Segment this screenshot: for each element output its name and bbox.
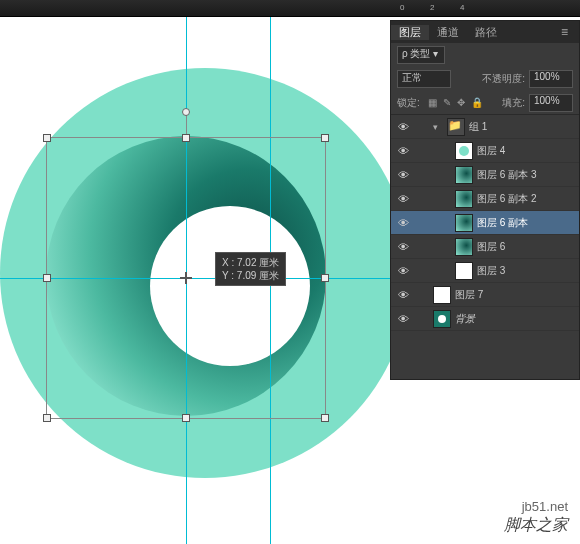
layer-name: 图层 6: [477, 240, 505, 254]
watermark-text: 脚本之家: [504, 515, 568, 534]
lock-label: 锁定:: [397, 96, 420, 110]
visibility-toggle[interactable]: 👁: [395, 193, 411, 205]
layer-row[interactable]: 👁 图层 6 副本: [391, 211, 579, 235]
rotate-stem: [186, 114, 187, 134]
layer-name: 图层 6 副本 2: [477, 192, 536, 206]
layer-thumb: [455, 262, 473, 280]
lock-brush-icon[interactable]: ✎: [443, 97, 451, 108]
handle-mid-left[interactable]: [43, 274, 51, 282]
layer-row[interactable]: 👁 图层 6 副本 3: [391, 163, 579, 187]
layer-name: 图层 7: [455, 288, 483, 302]
rotate-handle[interactable]: [182, 108, 190, 116]
layer-thumb: [455, 166, 473, 184]
visibility-toggle[interactable]: 👁: [395, 121, 411, 133]
layer-name: 图层 6 副本 3: [477, 168, 536, 182]
opacity-value[interactable]: 100%: [529, 70, 573, 88]
layer-name: 图层 4: [477, 144, 505, 158]
lock-all-icon[interactable]: 🔒: [471, 97, 483, 108]
coordinate-tooltip: X : 7.02 厘米 Y : 7.09 厘米: [215, 252, 286, 286]
watermark-url: jb51.net: [504, 499, 568, 515]
panel-menu-icon[interactable]: ≡: [561, 25, 575, 37]
layers-list: 👁 ▾ 📁 组 1 👁 图层 4 👁 图层 6 副本 3 👁 图层 6: [391, 115, 579, 331]
layer-row[interactable]: 👁 图层 3: [391, 259, 579, 283]
handle-top-mid[interactable]: [182, 134, 190, 142]
group-name: 组 1: [469, 120, 487, 134]
handle-top-right[interactable]: [321, 134, 329, 142]
tab-channels[interactable]: 通道: [429, 25, 467, 40]
handle-bottom-left[interactable]: [43, 414, 51, 422]
group-thumb: 📁: [447, 118, 465, 136]
group-twisty-icon[interactable]: ▾: [433, 122, 443, 132]
visibility-toggle[interactable]: 👁: [395, 145, 411, 157]
layer-thumb: [455, 190, 473, 208]
layers-panel: 图层 通道 路径 ≡ ρ 类型 ▾ 正常 不透明度: 100% 锁定: ▦ ✎ …: [390, 20, 580, 380]
fill-value[interactable]: 100%: [529, 94, 573, 112]
lock-pixels-icon[interactable]: ▦: [428, 97, 437, 108]
ruler-horizontal[interactable]: 0 2 4: [0, 0, 580, 17]
opacity-label: 不透明度:: [482, 72, 525, 86]
tab-layers[interactable]: 图层: [391, 25, 429, 40]
watermark: jb51.net 脚本之家: [504, 499, 568, 534]
layer-thumb: [455, 238, 473, 256]
panel-tabs: 图层 通道 路径 ≡: [391, 21, 579, 43]
layer-name: 图层 6 副本: [477, 216, 528, 230]
layer-kind-filter[interactable]: ρ 类型 ▾: [397, 46, 445, 64]
panel-blend-row: 正常 不透明度: 100%: [391, 67, 579, 91]
visibility-toggle[interactable]: 👁: [395, 313, 411, 325]
visibility-toggle[interactable]: 👁: [395, 169, 411, 181]
blend-mode-select[interactable]: 正常: [397, 70, 451, 88]
handle-bottom-mid[interactable]: [182, 414, 190, 422]
handle-top-left[interactable]: [43, 134, 51, 142]
layer-name: 图层 3: [477, 264, 505, 278]
layer-row[interactable]: 👁 图层 6 副本 2: [391, 187, 579, 211]
fill-label: 填充:: [502, 96, 525, 110]
coord-x: X : 7.02 厘米: [222, 256, 279, 269]
layer-group[interactable]: 👁 ▾ 📁 组 1: [391, 115, 579, 139]
layer-row[interactable]: 👁 背景: [391, 307, 579, 331]
handle-mid-right[interactable]: [321, 274, 329, 282]
panel-filter-row: ρ 类型 ▾: [391, 43, 579, 67]
handle-bottom-right[interactable]: [321, 414, 329, 422]
layer-thumb: [433, 310, 451, 328]
visibility-toggle[interactable]: 👁: [395, 241, 411, 253]
layer-thumb: [433, 286, 451, 304]
layer-row[interactable]: 👁 图层 7: [391, 283, 579, 307]
visibility-toggle[interactable]: 👁: [395, 265, 411, 277]
layer-row[interactable]: 👁 图层 4: [391, 139, 579, 163]
visibility-toggle[interactable]: 👁: [395, 217, 411, 229]
panel-lock-row: 锁定: ▦ ✎ ✥ 🔒 填充: 100%: [391, 91, 579, 115]
coord-y: Y : 7.09 厘米: [222, 269, 279, 282]
transform-center[interactable]: [180, 272, 192, 284]
lock-move-icon[interactable]: ✥: [457, 97, 465, 108]
layer-name: 背景: [455, 312, 475, 326]
layer-thumb: [455, 214, 473, 232]
layer-row[interactable]: 👁 图层 6: [391, 235, 579, 259]
tab-paths[interactable]: 路径: [467, 25, 505, 40]
visibility-toggle[interactable]: 👁: [395, 289, 411, 301]
layer-thumb: [455, 142, 473, 160]
